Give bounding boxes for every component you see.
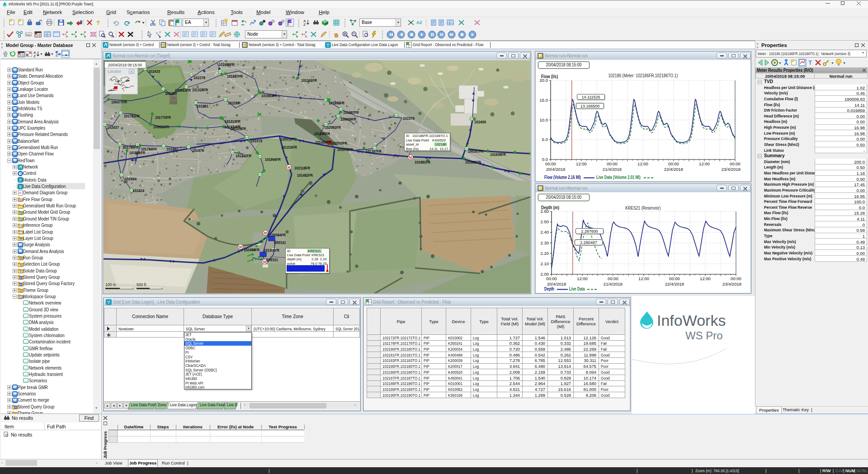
svg-text:2.10: 2.10 (541, 261, 549, 266)
svg-text:101315FR: 101315FR (281, 145, 297, 150)
svg-text:H: H (188, 145, 189, 148)
svg-text:102288: 102288 (228, 101, 240, 105)
svg-text:102424: 102424 (132, 188, 144, 193)
svg-text:101981FR: 101981FR (415, 160, 430, 164)
svg-text:100018TO: 100018TO (281, 137, 297, 141)
svg-text:5.0: 5.0 (542, 137, 548, 142)
svg-text:100477FR: 100477FR (111, 100, 127, 104)
svg-text:101424FR: 101424FR (315, 140, 331, 145)
svg-text:H: H (246, 136, 248, 139)
svg-text:00:00: 00:00 (731, 276, 741, 281)
svg-text:H: H (225, 98, 226, 101)
svg-text:00:00: 00:00 (607, 161, 618, 166)
svg-text:2.20: 2.20 (541, 251, 549, 256)
svg-text:00:00: 00:00 (669, 276, 680, 281)
svg-text:Z: Z (303, 23, 306, 27)
svg-text:101556FR: 101556FR (129, 150, 145, 155)
svg-text:102276: 102276 (193, 75, 205, 80)
svg-text:101997FR: 101997FR (343, 110, 359, 115)
svg-text:xy: xy (111, 35, 113, 38)
svg-text:22/4/2018: 22/4/2018 (665, 282, 684, 286)
svg-text:102406: 102406 (474, 120, 486, 124)
svg-text:H: H (121, 174, 123, 176)
svg-text:12:00: 12:00 (638, 276, 649, 281)
svg-text:M: M (264, 231, 267, 235)
svg-text:23/4/2018: 23/4/2018 (722, 167, 741, 172)
svg-text:A: A (416, 20, 420, 25)
svg-text:21/4/2018: 21/4/2018 (603, 167, 622, 172)
svg-text:H: H (466, 147, 467, 150)
svg-text:101995FR: 101995FR (329, 101, 344, 105)
svg-text:H: H (259, 173, 261, 176)
svg-text:12:00: 12:00 (576, 161, 587, 166)
svg-text:20.0: 20.0 (540, 78, 548, 83)
svg-text:102482: 102482 (166, 147, 178, 151)
svg-text:101989FR: 101989FR (219, 62, 235, 67)
svg-text:101328FR: 101328FR (192, 88, 208, 92)
svg-text:101987FR: 101987FR (227, 74, 243, 79)
svg-text:101307FR: 101307FR (366, 149, 382, 154)
svg-text:H: H (396, 114, 397, 117)
svg-text:?: ? (96, 19, 100, 26)
svg-text:101980FR: 101980FR (465, 160, 481, 164)
svg-text:101342FR: 101342FR (236, 154, 251, 158)
svg-text:M: M (288, 165, 290, 169)
svg-text:101770FR: 101770FR (155, 115, 171, 120)
svg-text:WS Pro: WS Pro (685, 329, 723, 342)
svg-text:00:00: 00:00 (608, 276, 618, 281)
svg-text:2.30: 2.30 (541, 240, 549, 245)
svg-text:00:00: 00:00 (668, 161, 679, 166)
svg-text:12:00: 12:00 (699, 161, 710, 166)
svg-text:H: H (162, 88, 164, 90)
svg-text:15.0: 15.0 (540, 98, 548, 103)
svg-text:100659FR: 100659FR (340, 117, 356, 122)
svg-text:102437: 102437 (107, 125, 119, 130)
svg-text:101482FR: 101482FR (297, 173, 313, 178)
svg-text:H: H (337, 115, 339, 117)
svg-text:102003FR: 102003FR (331, 141, 347, 145)
svg-text:102479: 102479 (192, 148, 204, 153)
svg-text:00:00: 00:00 (730, 161, 741, 166)
svg-text:2.60: 2.60 (541, 209, 549, 214)
svg-text:22/4/2018: 22/4/2018 (664, 167, 683, 172)
svg-text:101934FR: 101934FR (225, 125, 241, 129)
svg-text:2.40: 2.40 (541, 230, 549, 235)
svg-text:12:00: 12:00 (637, 161, 648, 166)
svg-text:21/4/2018: 21/4/2018 (604, 282, 623, 286)
svg-text:102376: 102376 (403, 116, 415, 121)
svg-text:101780FR: 101780FR (123, 145, 139, 150)
svg-text:InfoWorks: InfoWorks (657, 312, 726, 329)
svg-text:100665FR: 100665FR (153, 125, 169, 129)
svg-text:10.0: 10.0 (540, 117, 548, 122)
svg-text:M: M (239, 245, 242, 249)
svg-text:2.50: 2.50 (541, 219, 549, 224)
svg-text:102434: 102434 (125, 177, 137, 181)
svg-text:12:00: 12:00 (700, 276, 711, 281)
svg-text:H: H (190, 73, 192, 76)
svg-text:100357FR: 100357FR (468, 149, 484, 154)
svg-text:H: H (471, 117, 472, 120)
svg-text:H: H (231, 151, 233, 154)
svg-text:101994FR: 101994FR (265, 157, 281, 162)
svg-text:102489FR: 102489FR (244, 248, 259, 252)
svg-text:101993FR: 101993FR (261, 94, 277, 98)
svg-text:20/4/2018: 20/4/2018 (547, 282, 566, 286)
svg-text:00:00: 00:00 (546, 276, 557, 281)
svg-text:H: H (104, 123, 106, 126)
svg-text:Z: Z (33, 54, 36, 58)
svg-text:H: H (259, 155, 261, 158)
svg-text:102433: 102433 (148, 69, 160, 74)
svg-text:102002FR: 102002FR (325, 125, 341, 130)
svg-text:101639FR: 101639FR (490, 152, 506, 157)
svg-text:20/4/2018: 20/4/2018 (546, 167, 565, 172)
svg-text:M: M (263, 260, 266, 264)
svg-text:101313FR: 101313FR (225, 119, 241, 124)
svg-text:102281: 102281 (197, 104, 208, 108)
svg-text:101300FR: 101300FR (264, 248, 279, 253)
svg-text:102375: 102375 (250, 139, 262, 143)
svg-text:102118FR: 102118FR (294, 166, 310, 170)
svg-text:23/4/2018: 23/4/2018 (722, 282, 741, 286)
svg-text:101990FR: 101990FR (314, 131, 330, 136)
svg-text:101781FR: 101781FR (124, 114, 140, 118)
svg-text:KRES32: KRES32 (274, 240, 286, 245)
